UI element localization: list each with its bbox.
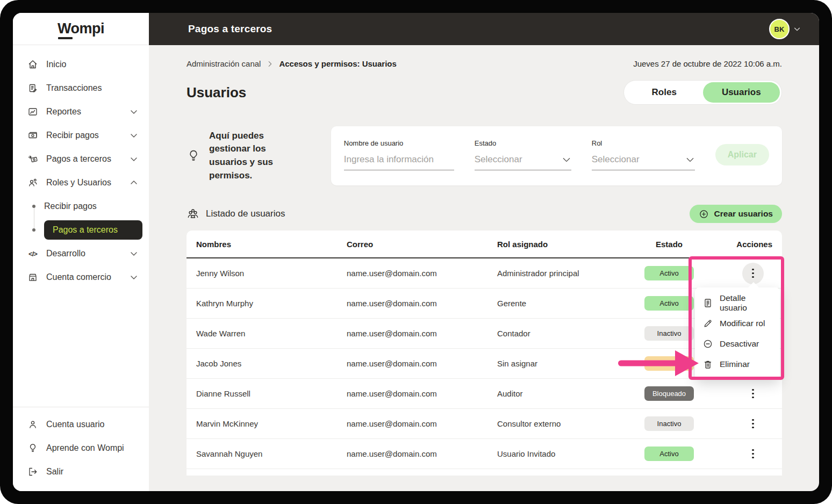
user-role: Gerente [497, 299, 621, 308]
estado-select[interactable]: Seleccionar [475, 154, 571, 170]
users-table: Nombres Correo Rol asignado Estado Accio… [187, 231, 782, 476]
sidebar-item-inicio[interactable]: Inicio [13, 53, 149, 76]
list-header: Listado de usuarios Crear usuarios [187, 205, 782, 223]
sidebar-nav: Inicio Transacciones Reportes Recibir [13, 45, 149, 289]
sidebar-item-label: Pagos a terceros [46, 154, 111, 164]
sidebar-item-desarrollo[interactable]: </> Desarrollo [13, 242, 149, 265]
status-badge: Activo [644, 447, 694, 461]
lightbulb-icon [27, 442, 39, 454]
sidebar-item-pagos-a-terceros[interactable]: Pagos a terceros [13, 147, 149, 171]
sidebar-item-cuenta-comercio[interactable]: Cuenta comercio [13, 265, 149, 289]
sidebar-item-label: Cuenta comercio [46, 272, 111, 282]
sidebar-item-salir[interactable]: Salir [13, 460, 149, 484]
user-name: Wade Warren [196, 329, 347, 338]
row-actions-button[interactable] [742, 413, 764, 435]
row-actions-button[interactable] [742, 443, 764, 465]
chevron-up-icon [130, 178, 138, 187]
tip-text: Aquí puedes gestionar los usuarios y sus… [209, 129, 306, 183]
sidebar-item-transacciones[interactable]: Transacciones [13, 76, 149, 100]
tab-roles[interactable]: Roles [626, 82, 703, 103]
user-icon [27, 419, 39, 430]
breadcrumb-item[interactable]: Administración canal [187, 59, 261, 68]
device-frame: Wompi Inicio Transacciones Reportes [0, 0, 832, 504]
sidebar-subitem-label: Recibir pagos [44, 197, 97, 216]
menu-item-label: Desactivar [720, 339, 759, 349]
user-email: name.user@domain.com [347, 299, 497, 308]
row-actions-button[interactable] [742, 383, 764, 405]
store-icon [27, 271, 39, 283]
sidebar-item-cuenta-usuario[interactable]: Cuenta usuario [13, 413, 149, 436]
filter-nombre-de-usuario: Nombre de usuario [344, 139, 454, 170]
menu-item-label: Eliminar [720, 359, 750, 369]
sidebar-item-label: Roles y Usuarios [46, 178, 111, 188]
plus-circle-icon [699, 209, 709, 219]
sidebar-item-label: Transacciones [46, 83, 102, 93]
sidebar-subitem-recibir-pagos[interactable]: Recibir pagos [13, 195, 149, 218]
menu-item-desactivar[interactable]: Desactivar [702, 334, 772, 354]
sidebar-item-roles-y-usuarios[interactable]: Roles y Usuarios [13, 171, 149, 195]
logout-icon [27, 466, 39, 478]
table-row: Savannah Nguyen name.user@domain.com Usu… [187, 439, 782, 469]
menu-item-eliminar[interactable]: Eliminar [702, 354, 772, 375]
chevron-down-icon [793, 25, 801, 33]
sidebar-item-label: Desarrollo [46, 249, 85, 258]
chevron-right-icon [266, 60, 274, 68]
col-estado: Estado [621, 240, 718, 249]
bullet-icon [32, 205, 35, 208]
user-role: Contador [497, 329, 621, 338]
aplicar-button[interactable]: Aplicar [715, 144, 769, 165]
topbar-title: Pagos a terceros [188, 23, 272, 35]
menu-item-label: Detalle usuario [720, 293, 772, 313]
breadcrumb: Administración canal Accesos y permisos:… [187, 59, 782, 68]
menu-item-label: Modificar rol [720, 319, 765, 328]
table-header-row: Nombres Correo Rol asignado Estado Accio… [187, 231, 782, 258]
menu-item-detalle-usuario[interactable]: Detalle usuario [702, 293, 772, 313]
user-role: Usuario Invitado [497, 449, 621, 458]
sidebar-item-aprende-con-wompi[interactable]: Aprende con Wompi [13, 436, 149, 460]
sidebar-item-label: Cuenta usuario [46, 420, 105, 429]
sidebar-subitem-pagos-a-terceros[interactable]: Pagos a terceros [13, 218, 149, 242]
user-role: Sin asignar [497, 359, 621, 368]
avatar[interactable]: BK [769, 19, 790, 39]
table-row: Jenny Wilson name.user@domain.com Admini… [187, 258, 782, 289]
user-name: Savannah Nguyen [196, 449, 347, 458]
user-email: name.user@domain.com [347, 359, 497, 368]
table-row: Jacob Jones name.user@domain.com Sin asi… [187, 349, 782, 379]
table-row: Wade Warren name.user@domain.com Contado… [187, 319, 782, 349]
wompi-logo: Wompi [58, 20, 104, 37]
crear-usuarios-button[interactable]: Crear usuarios [690, 205, 782, 223]
filter-card: Nombre de usuario Estado Seleccionar [331, 126, 782, 185]
circle-minus-icon [702, 339, 713, 349]
tab-usuarios[interactable]: Usuarios [703, 82, 780, 103]
trash-icon [702, 359, 713, 370]
user-role: Administrador principal [497, 269, 621, 278]
col-correo: Correo [347, 240, 497, 249]
filter-rol: Rol Seleccionar [592, 139, 695, 170]
account-menu[interactable]: BK [769, 19, 801, 39]
list-title-text: Listado de usuarios [206, 208, 285, 219]
nombre-usuario-input[interactable] [344, 154, 454, 165]
datetime: Jueves 27 de octubre de 2022 10:06 a.m. [633, 59, 782, 68]
status-badge: Inactivo [644, 326, 694, 341]
lightbulb-icon [187, 149, 200, 163]
bullet-icon [32, 228, 35, 232]
title-row: Usuarios Roles Usuarios [187, 80, 782, 105]
sidebar-item-reportes[interactable]: Reportes [13, 100, 149, 124]
status-badge: Bloqueado [644, 386, 694, 401]
user-name: Kathryn Murphy [196, 299, 347, 308]
user-name: Jenny Wilson [196, 269, 347, 278]
home-icon [27, 59, 39, 70]
rol-select-value: Seleccionar [592, 154, 640, 165]
sidebar-item-recibir-pagos[interactable]: Recibir pagos [13, 124, 149, 147]
user-email: name.user@domain.com [347, 389, 497, 398]
col-rol-asignado: Rol asignado [497, 240, 621, 249]
chevron-down-icon [130, 107, 138, 116]
table-row: Marvin McKinney name.user@domain.com Con… [187, 409, 782, 439]
menu-item-modificar-rol[interactable]: Modificar rol [702, 313, 772, 334]
user-email: name.user@domain.com [347, 419, 497, 428]
chevron-down-icon [130, 131, 138, 140]
row-actions-button[interactable] [742, 263, 764, 284]
chevron-down-icon [130, 249, 138, 258]
user-name: Jacob Jones [196, 359, 347, 368]
rol-select[interactable]: Seleccionar [592, 154, 695, 170]
